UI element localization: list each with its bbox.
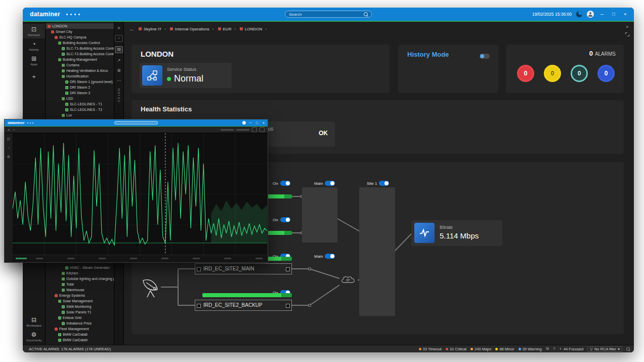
- tree-item[interactable]: Solar Management: [46, 298, 114, 304]
- close-button[interactable]: ×: [262, 121, 266, 125]
- tree-item[interactable]: SLC-LEDLINES - T1: [46, 101, 114, 107]
- ird-main-node[interactable]: IRD_EC_SITE2_MAIN: [195, 263, 292, 274]
- list-icon[interactable]: ≡: [553, 347, 555, 351]
- main-toggle[interactable]: [325, 254, 335, 259]
- active-alarms-label[interactable]: ACTIVE ALARMS: 176 ALARMS (178 UNREAD): [29, 347, 111, 351]
- tree-item[interactable]: DRI Steem 1 (ground level): [46, 79, 114, 85]
- close-panel-icon[interactable]: ×: [626, 25, 628, 29]
- tree-item[interactable]: SLC-LEDLINES - T2: [46, 107, 114, 112]
- maximize-button[interactable]: □: [610, 12, 617, 17]
- monitor-icon[interactable]: ⊡: [115, 46, 123, 53]
- tree-item[interactable]: LED: [46, 96, 114, 101]
- menu-icon[interactable]: ≡: [115, 25, 122, 31]
- menu-icon[interactable]: ≡: [8, 128, 10, 132]
- tree-item[interactable]: SLC HQ Campus: [46, 34, 114, 40]
- tree-item[interactable]: Smart City: [46, 29, 114, 34]
- main-toggle[interactable]: [325, 181, 335, 186]
- rail-item-activity[interactable]: ◔ Activity: [23, 38, 45, 53]
- more-icon[interactable]: ⋯: [115, 77, 122, 84]
- tree-item[interactable]: SLC-T1-Building Access Control: [46, 46, 114, 51]
- rca-filter-dropdown[interactable]: ▽ No RCA filter ▾: [587, 346, 622, 352]
- tree-item[interactable]: Solar Panels T1: [46, 309, 114, 315]
- grid-icon[interactable]: ⊞: [546, 347, 549, 351]
- tree-item[interactable]: Building Access Control: [46, 40, 114, 46]
- rail-item-community[interactable]: ⚙ Community: [23, 329, 45, 344]
- titlebar-right: 19/02/2025 15:36:00 ─ □ ×: [532, 8, 629, 21]
- alarm-counter-3[interactable]: 0: [597, 65, 615, 82]
- severity-count-critical[interactable]: 10 Critical: [446, 347, 466, 351]
- share-icon[interactable]: ↗: [115, 57, 122, 63]
- breadcrumb-item-internal-operations[interactable]: Internal Operations ›: [170, 27, 214, 31]
- alarm-counter-0[interactable]: 0: [517, 65, 534, 82]
- ird-backup-node[interactable]: IRD_EC_SITE2_BACKUP: [195, 300, 292, 311]
- add-button[interactable]: +: [32, 73, 36, 81]
- rail-item-workspace[interactable]: ⊟ Workspace: [23, 314, 45, 329]
- tree-item[interactable]: DRI Steem 3: [46, 90, 114, 96]
- notes-tab[interactable]: NOTES: [117, 89, 120, 103]
- popup-search-input[interactable]: [114, 121, 158, 125]
- severity-count-minor[interactable]: 88 Minor: [495, 347, 514, 351]
- theme-moon-icon[interactable]: [576, 11, 582, 17]
- bitrate-card[interactable]: Bitrate 5.114 Mbps: [411, 220, 502, 246]
- tree-item[interactable]: Outside lighting and charging po: [46, 276, 114, 281]
- alarm-counter-1[interactable]: 0: [544, 65, 561, 82]
- toolbar-button[interactable]: [260, 127, 265, 132]
- menu-dots[interactable]: [66, 14, 80, 15]
- focused-filter[interactable]: ◐ 44 Focused: [560, 347, 583, 351]
- collapse-chevron-icon[interactable]: ›: [115, 35, 123, 42]
- tree-item[interactable]: SLC-T2-Building Access Control: [46, 51, 114, 57]
- tree-item[interactable]: Heating Ventilation & Airco: [46, 68, 114, 73]
- breadcrumb-item-london[interactable]: LONDON ›: [240, 27, 267, 31]
- history-mode-toggle[interactable]: [480, 54, 490, 59]
- gear-icon[interactable]: ⚙: [7, 155, 10, 159]
- tree-item[interactable]: Total: [46, 281, 114, 287]
- tree-item[interactable]: HVAC - Steam Generator: [46, 265, 114, 270]
- tree-item[interactable]: LONDON: [46, 23, 114, 29]
- rail-item-apps[interactable]: ⊞ Apps: [23, 53, 45, 68]
- severity-count-warning[interactable]: 39 Warning: [519, 347, 542, 351]
- tree-item[interactable]: BMW CarData6: [46, 332, 114, 337]
- search-icon[interactable]: [626, 347, 630, 351]
- popup-toolbar: ≡ ◔: [5, 127, 268, 133]
- minimize-button[interactable]: ─: [598, 12, 606, 17]
- user-avatar[interactable]: [242, 121, 246, 125]
- severity-count-major[interactable]: 240 Major: [470, 347, 491, 351]
- breadcrumb-item-eur[interactable]: EUR ›: [218, 27, 236, 31]
- tree-item[interactable]: SMA Monitoring: [46, 304, 114, 309]
- tree-item[interactable]: Entsoe Grid: [46, 315, 114, 320]
- tree-item[interactable]: DRI Steem 2: [46, 85, 114, 90]
- tree-item[interactable]: Lux: [46, 112, 114, 118]
- dismiss-icon[interactable]: ⊗: [115, 67, 122, 73]
- maximize-button[interactable]: □: [255, 121, 259, 125]
- service-status-card[interactable]: Service Status Normal: [140, 63, 232, 88]
- on-toggle[interactable]: [280, 217, 290, 222]
- on-toggle[interactable]: [280, 181, 290, 186]
- trend-chart[interactable]: [13, 133, 267, 255]
- trend-popup-window[interactable]: dataminer ─ □ × ≡ ◔ ⊡ ◔ ⚙: [4, 119, 268, 263]
- tree-item[interactable]: Building Management: [46, 57, 114, 62]
- tree-item[interactable]: Kitchen: [46, 270, 114, 276]
- search-input[interactable]: Search: [285, 11, 372, 18]
- tree-item[interactable]: Fleet Management: [46, 326, 114, 332]
- tree-item[interactable]: Humidification: [46, 73, 114, 79]
- clock-icon[interactable]: ◔: [13, 128, 15, 132]
- close-button[interactable]: ×: [622, 12, 629, 17]
- tree-item[interactable]: Energy Systems: [46, 293, 114, 298]
- tree-item[interactable]: Curtains: [46, 62, 114, 68]
- tree-item[interactable]: Imbalance Price: [46, 320, 114, 326]
- severity-count-timeout[interactable]: 33 Timeout: [419, 347, 442, 351]
- back-arrow-icon[interactable]: ←: [129, 26, 135, 32]
- surveyor-icon[interactable]: ⊡: [7, 137, 10, 141]
- alarm-counter-2[interactable]: 0: [571, 65, 588, 82]
- tree-item[interactable]: Warehouse: [46, 287, 114, 293]
- tree-item[interactable]: BMW CarData9: [46, 337, 114, 343]
- rail-item-surveyor[interactable]: ⊡ Surveyor: [23, 24, 45, 38]
- menu-dots[interactable]: [27, 123, 33, 124]
- expand-icon[interactable]: [625, 32, 629, 36]
- user-avatar[interactable]: [587, 11, 594, 18]
- site1-toggle[interactable]: [379, 181, 389, 186]
- toolbar-button[interactable]: [252, 127, 257, 132]
- minimize-button[interactable]: ─: [248, 121, 252, 125]
- activity-icon[interactable]: ◔: [8, 146, 10, 150]
- breadcrumb-item-skyline[interactable]: Skyline IT ›: [139, 27, 166, 31]
